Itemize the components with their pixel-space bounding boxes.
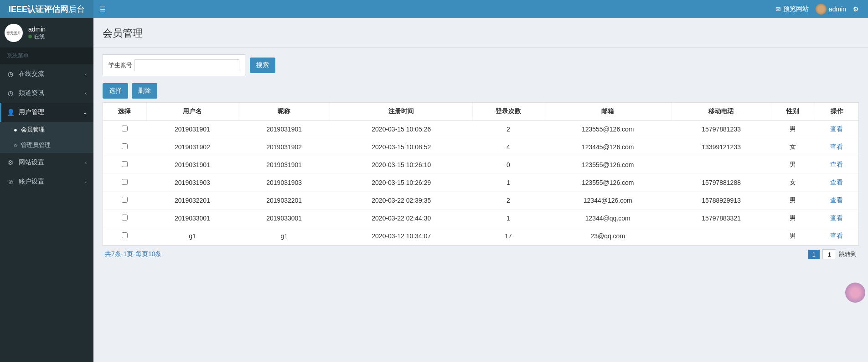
view-link[interactable]: 查看 <box>830 143 843 150</box>
user-menu[interactable]: admin <box>816 4 846 15</box>
cell-phone <box>672 156 771 174</box>
table-row: 201903190320190319032020-03-15 10:26:291… <box>103 174 858 192</box>
menu-icon: ⎚ <box>7 178 14 185</box>
logo-title: IEEE认证评估网 <box>9 4 68 15</box>
chevron-down-icon: ⌄ <box>83 110 87 115</box>
cell-nickname: 2019031903 <box>238 174 330 192</box>
page-current[interactable]: 1 <box>808 250 820 259</box>
cell-logins: 0 <box>473 156 544 174</box>
cell-email: 23@qq.com <box>544 227 672 245</box>
page-info: 共7条-1页-每页10条 <box>105 250 161 258</box>
cell-email: 123445@126.com <box>544 138 672 156</box>
chevron-left-icon: ‹ <box>85 179 87 184</box>
cell-email: 12344@126.com <box>544 192 672 210</box>
table-row: 201903220120190322012020-03-22 02:39:352… <box>103 192 858 210</box>
menu-icon: ⚙ <box>7 159 14 166</box>
row-checkbox[interactable] <box>122 143 128 149</box>
sidebar-subitem-2-1[interactable]: ○管理员管理 <box>0 137 93 153</box>
sidebar-item-4[interactable]: ⎚账户设置‹ <box>0 172 93 191</box>
row-checkbox[interactable] <box>122 161 128 167</box>
table-header: 性别 <box>771 103 815 121</box>
table-row: 201903190120190319012020-03-15 10:26:100… <box>103 156 858 174</box>
gears-icon: ⚙ <box>853 5 859 13</box>
cell-gender: 男 <box>771 156 815 174</box>
menu-icon: ◷ <box>7 70 14 78</box>
row-checkbox[interactable] <box>122 179 128 185</box>
table-row: g1g12020-03-12 10:34:071723@qq.com男查看 <box>103 227 858 245</box>
username-label: admin <box>829 5 846 13</box>
cell-logins: 2 <box>473 121 544 138</box>
page-input[interactable] <box>822 249 836 259</box>
preview-site-link[interactable]: ✉ 预览网站 <box>775 5 809 13</box>
sidebar: 暂无图片 admin 在线 系统菜单 ◷在线交流‹◷频道资讯‹👤用户管理⌄●会员… <box>0 18 93 362</box>
view-link[interactable]: 查看 <box>830 214 843 221</box>
row-checkbox[interactable] <box>122 126 128 131</box>
table-header: 邮箱 <box>544 103 672 121</box>
table-row: 201903300120190330012020-03-22 02:44:301… <box>103 210 858 227</box>
logo[interactable]: IEEE认证评估网后台 <box>0 0 93 18</box>
table-header: 选择 <box>103 103 146 121</box>
sidebar-item-0[interactable]: ◷在线交流‹ <box>0 64 93 84</box>
topbar-right: ✉ 预览网站 admin ⚙ <box>775 4 868 15</box>
delete-button[interactable]: 删除 <box>132 83 157 99</box>
floating-assistant-icon[interactable] <box>845 283 865 303</box>
table-row: 201903190120190319012020-03-15 10:05:262… <box>103 121 858 138</box>
select-button[interactable]: 选择 <box>103 83 128 99</box>
status-dot-icon <box>28 35 32 38</box>
page-title: 会员管理 <box>103 26 859 40</box>
cell-gender: 女 <box>771 174 815 192</box>
cell-username: 2019033001 <box>146 210 238 227</box>
cell-gender: 男 <box>771 121 815 138</box>
table-header: 操作 <box>815 103 858 121</box>
sidebar-item-1[interactable]: ◷频道资讯‹ <box>0 84 93 103</box>
row-checkbox[interactable] <box>122 215 128 220</box>
search-input[interactable] <box>134 59 239 71</box>
search-label: 学生账号 <box>108 61 132 69</box>
table-header: 用户名 <box>146 103 238 121</box>
cell-nickname: 2019031901 <box>238 156 330 174</box>
cell-phone: 15797883321 <box>672 210 771 227</box>
cell-logins: 4 <box>473 138 544 156</box>
cell-reg: 2020-03-15 10:08:52 <box>330 138 473 156</box>
cell-nickname: 2019031901 <box>238 121 330 138</box>
cell-gender: 男 <box>771 192 815 210</box>
view-link[interactable]: 查看 <box>830 232 843 239</box>
view-link[interactable]: 查看 <box>830 125 843 132</box>
row-checkbox[interactable] <box>122 232 128 238</box>
table-header: 移动电话 <box>672 103 771 121</box>
menu-toggle-icon[interactable]: ☰ <box>93 5 112 13</box>
cell-phone: 15797881233 <box>672 121 771 138</box>
preview-label: 预览网站 <box>783 5 809 13</box>
row-checkbox[interactable] <box>122 197 128 203</box>
pagination: 共7条-1页-每页10条 1 跳转到 <box>103 246 859 262</box>
view-link[interactable]: 查看 <box>830 196 843 204</box>
cell-username: 2019031902 <box>146 138 238 156</box>
cell-username: g1 <box>146 227 238 245</box>
sidebar-item-3[interactable]: ⚙网站设置‹ <box>0 153 93 172</box>
cell-nickname: 2019032201 <box>238 192 330 210</box>
sidebar-status: 在线 <box>28 33 46 41</box>
menu-icon: 👤 <box>7 109 14 116</box>
chevron-left-icon: ‹ <box>85 91 87 96</box>
search-button[interactable]: 搜索 <box>250 58 275 73</box>
cell-gender: 男 <box>771 227 815 245</box>
search-box: 学生账号 <box>103 54 245 76</box>
cell-reg: 2020-03-15 10:26:29 <box>330 174 473 192</box>
cell-email: 12344@qq.com <box>544 210 672 227</box>
cell-phone <box>672 227 771 245</box>
cell-nickname: g1 <box>238 227 330 245</box>
menu-icon: ◷ <box>7 89 14 97</box>
page-jump-label: 跳转到 <box>839 250 857 258</box>
view-link[interactable]: 查看 <box>830 178 843 186</box>
topbar: IEEE认证评估网后台 ☰ ✉ 预览网站 admin ⚙ <box>0 0 868 18</box>
view-link[interactable]: 查看 <box>830 161 843 168</box>
chevron-left-icon: ‹ <box>85 160 87 165</box>
settings-link[interactable]: ⚙ <box>853 5 859 13</box>
sidebar-subitem-2-0[interactable]: ●会员管理 <box>0 122 93 137</box>
menu-header: 系统菜单 <box>0 47 93 64</box>
sidebar-username: admin <box>28 26 46 33</box>
sidebar-item-2[interactable]: 👤用户管理⌄ <box>0 103 93 122</box>
circle-icon: ○ <box>14 142 17 149</box>
cell-email: 123555@126.com <box>544 121 672 138</box>
cell-reg: 2020-03-22 02:39:35 <box>330 192 473 210</box>
